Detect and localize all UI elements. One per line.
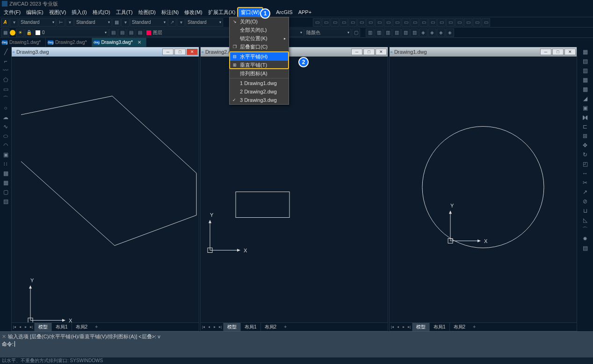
menu-item-12[interactable]: ArcGIS xyxy=(273,8,295,16)
stretch-icon[interactable]: ↔ xyxy=(580,169,590,178)
arc-icon[interactable]: ⌒ xyxy=(1,94,10,103)
close-icon[interactable]: ✕ xyxy=(137,40,141,45)
window-menu-item-8[interactable]: 2 Drawing2.dwg xyxy=(230,87,289,96)
drawing-canvas[interactable]: Y X xyxy=(390,57,577,322)
view-icon[interactable]: ▥ xyxy=(366,29,374,37)
region-icon[interactable]: ▢ xyxy=(1,188,10,196)
tool-icon[interactable]: ▭ xyxy=(464,18,472,27)
snap-icon[interactable]: ▦ xyxy=(580,85,590,93)
view-icon[interactable]: ▥ xyxy=(392,29,401,37)
mleader-style-select[interactable]: Standard▾ xyxy=(186,18,223,27)
view-icon[interactable]: ▥ xyxy=(375,29,383,37)
tool-icon[interactable]: ▭ xyxy=(482,18,490,27)
add-layout-button[interactable]: + xyxy=(469,324,479,329)
chamfer-icon[interactable]: ◺ xyxy=(580,216,590,224)
tool-icon[interactable]: ▭ xyxy=(455,18,463,27)
view-icon[interactable]: ▥ xyxy=(383,29,392,37)
tool-icon[interactable]: ▭ xyxy=(402,18,410,27)
maximize-button[interactable]: □ xyxy=(552,49,564,55)
tab-nav-next-icon[interactable]: ▸ xyxy=(401,324,406,330)
file-tab-1[interactable]: dwgDrawing2.dwg* xyxy=(46,38,92,47)
layer-tool-icon[interactable]: ▤ xyxy=(118,29,126,37)
group-icon[interactable]: ▦ xyxy=(580,48,590,56)
iso-icon[interactable]: ◈ xyxy=(428,29,436,37)
close-button[interactable]: ✕ xyxy=(187,49,198,55)
tool-icon[interactable]: ▭ xyxy=(366,18,375,27)
move-icon[interactable]: ✥ xyxy=(580,141,590,150)
tab-nav-last-icon[interactable]: ▸| xyxy=(217,324,223,330)
offset-icon[interactable]: ⊏ xyxy=(580,122,590,131)
doc-titlebar[interactable]: ▫ Drawing3.dwg ─ □ ✕ xyxy=(12,47,199,57)
sun-icon[interactable]: ☀ xyxy=(16,29,24,37)
lock-icon[interactable]: 🔒 xyxy=(25,29,33,37)
layout-tab-model[interactable]: 模型 xyxy=(412,323,429,331)
tab-nav-first-icon[interactable]: |◂ xyxy=(390,324,395,330)
layout-tab-1[interactable]: 布局1 xyxy=(51,323,72,331)
view-icon[interactable]: ▥ xyxy=(410,29,419,37)
copy-props-icon[interactable]: ▢ xyxy=(352,29,360,37)
mirror-icon[interactable]: ◗◖ xyxy=(580,113,590,121)
window-menu-item-3[interactable]: ❐层叠窗口(C) xyxy=(230,43,289,51)
tab-nav-prev-icon[interactable]: ◂ xyxy=(17,324,23,330)
line-icon[interactable]: ╱ xyxy=(1,48,10,56)
erase-icon[interactable]: ◢ xyxy=(580,94,590,103)
minimize-button[interactable]: ─ xyxy=(162,49,174,55)
explode-icon[interactable]: ✸ xyxy=(580,235,590,243)
layout-tab-1[interactable]: 布局1 xyxy=(429,323,449,331)
extend-icon[interactable]: ↗ xyxy=(580,188,590,196)
tool-icon[interactable]: ▭ xyxy=(313,18,321,27)
close-button[interactable]: ✕ xyxy=(376,49,387,55)
ellipse-icon[interactable]: ⬭ xyxy=(1,132,10,140)
tool-icon[interactable]: ▭ xyxy=(348,18,357,27)
tool-icon[interactable]: ▭ xyxy=(375,18,383,27)
window-menu-item-0[interactable]: ↘关闭(O) xyxy=(230,17,289,26)
circle-icon[interactable]: ○ xyxy=(1,104,10,112)
snap-icon[interactable]: ▦ xyxy=(580,76,590,84)
doc-titlebar[interactable]: ▫ Drawing2.dwg ─ □ ✕ xyxy=(201,47,388,57)
close-button[interactable]: ✕ xyxy=(564,49,576,55)
window-menu-item-5[interactable]: ⊞垂直平铺(T) xyxy=(230,61,289,69)
tool-icon[interactable]: ▭ xyxy=(437,18,446,27)
menu-item-8[interactable]: 修改(M) xyxy=(181,8,205,17)
window-menu-item-7[interactable]: 1 Drawing1.dwg xyxy=(230,79,289,87)
tab-nav-first-icon[interactable]: |◂ xyxy=(12,324,17,330)
text-style-select[interactable]: Standard▾ xyxy=(19,18,56,27)
tool-icon[interactable]: ▭ xyxy=(340,18,348,27)
tool-icon[interactable]: ▭ xyxy=(322,18,330,27)
ellipse-arc-icon[interactable]: ◠ xyxy=(1,141,10,150)
window-menu-item-2[interactable]: 锁定位置(K)▸ xyxy=(230,34,289,43)
doc-titlebar[interactable]: ▫ Drawing1.dwg ─ □ ✕ xyxy=(390,47,577,57)
array-icon[interactable]: ⊞ xyxy=(580,132,590,140)
gradient-icon[interactable]: ▦ xyxy=(1,178,10,187)
polygon-icon[interactable]: ⬠ xyxy=(1,76,10,84)
menu-item-7[interactable]: 标注(N) xyxy=(159,8,181,17)
tool-icon[interactable]: ▭ xyxy=(331,18,339,27)
maximize-button[interactable]: □ xyxy=(174,49,186,55)
minimize-button[interactable]: ─ xyxy=(351,49,362,55)
tab-nav-last-icon[interactable]: ▸| xyxy=(29,324,34,330)
tool-icon[interactable]: ▭ xyxy=(428,18,437,27)
rotate-icon[interactable]: ↻ xyxy=(580,150,590,159)
table-icon[interactable]: ▤ xyxy=(1,197,10,206)
menu-item-2[interactable]: 视图(V) xyxy=(46,8,69,17)
window-menu-item-9[interactable]: ✓3 Drawing3.dwg xyxy=(230,96,289,104)
iso-icon[interactable]: ◈ xyxy=(446,29,454,37)
props-icon[interactable]: ▤ xyxy=(580,244,590,252)
layout-tab-model[interactable]: 模型 xyxy=(34,323,51,331)
tab-nav-prev-icon[interactable]: ◂ xyxy=(206,324,212,330)
chevron-down-icon[interactable]: ▾ xyxy=(10,18,18,27)
window-menu-item-6[interactable]: 排列图标(A) xyxy=(230,69,289,78)
chevron-down-icon[interactable]: ▾ xyxy=(121,18,130,27)
tool-icon[interactable]: ▭ xyxy=(357,18,366,27)
fillet-icon[interactable]: ⌒ xyxy=(580,225,590,234)
tool-icon[interactable]: ▭ xyxy=(419,18,428,27)
drawing-canvas[interactable]: Y X xyxy=(12,57,199,322)
block-icon[interactable]: ▣ xyxy=(1,150,10,159)
minimize-button[interactable]: ─ xyxy=(540,49,551,55)
add-layout-button[interactable]: + xyxy=(280,324,290,329)
pline-icon[interactable]: ⌐ xyxy=(1,57,10,65)
align-right-icon[interactable]: ▥ xyxy=(580,66,590,75)
iso-icon[interactable]: ◈ xyxy=(437,29,445,37)
layer-tool-icon[interactable]: ▤ xyxy=(127,29,135,37)
color-select[interactable]: 随颜色▾ xyxy=(304,29,351,37)
